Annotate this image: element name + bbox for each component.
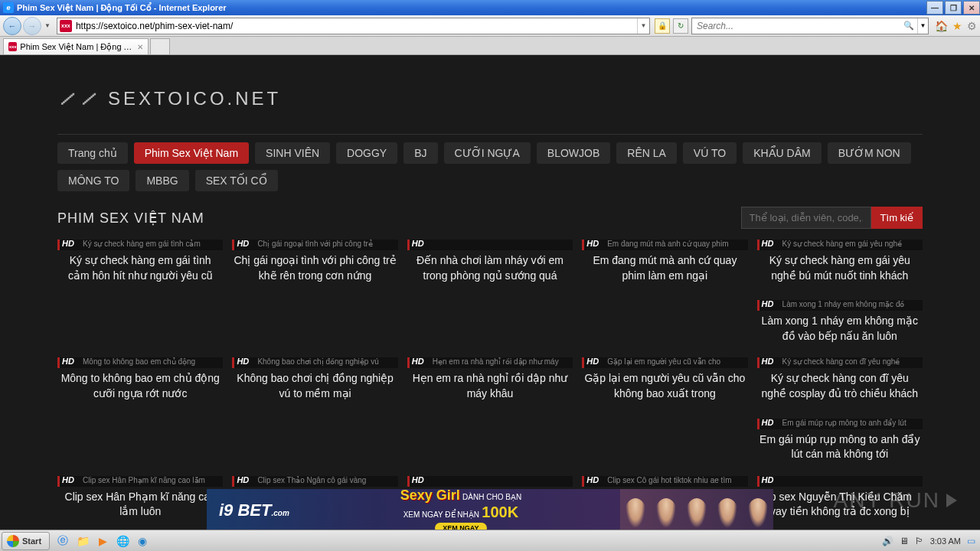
video-title: Hẹn em ra nhà nghỉ rồi dập như máy khâu: [407, 368, 573, 404]
search-dropdown-icon[interactable]: ▼: [917, 18, 928, 34]
taskbar-media-icon[interactable]: ▶: [94, 533, 111, 549]
taskbar-chrome-icon[interactable]: 🌐: [114, 533, 131, 549]
tray-flag-icon[interactable]: 🏳: [915, 536, 924, 546]
hd-badge: HD: [237, 476, 249, 484]
video-thumb: HDEm đang mút mà anh cứ quay phim: [582, 240, 747, 250]
thumb-snippet: Clip sex Cô gái hot tiktok nhiu ae tìm: [607, 476, 731, 484]
nav-item[interactable]: SEX TỐI CỔ: [195, 170, 278, 191]
maximize-button[interactable]: ❐: [945, 1, 962, 15]
hd-badge: HD: [762, 419, 774, 427]
nav-item[interactable]: BLOWJOB: [537, 142, 610, 164]
browser-tab[interactable]: xxx Phim Sex Việt Nam | Động Tố... ✕: [3, 38, 149, 54]
page-viewport[interactable]: ⟋⟋ SEXTOICO.NET Trang chủPhim Sex Việt N…: [0, 55, 980, 530]
video-card[interactable]: HDKhông bao chơi chị đồng nghiệp vúKhông…: [232, 357, 397, 404]
nav-item[interactable]: BƯỚM NON: [828, 142, 911, 164]
video-card[interactable]: HDKý sự check hàng con đĩ yêu nghềKý sự …: [757, 357, 923, 404]
video-title: Không bao chơi chị đồng nghiệp vú to mềm…: [232, 368, 397, 404]
video-card[interactable]: HDKý sự check hàng em gái tình cảmKý sự …: [57, 240, 223, 286]
video-thumb: HDLàm xong 1 nháy em không mặc đồ: [757, 300, 923, 311]
video-card[interactable]: HDMông to không bao em chủ độngMông to k…: [57, 357, 223, 404]
nav-item[interactable]: VÚ TO: [683, 142, 737, 164]
nav-item[interactable]: MBBG: [136, 170, 188, 191]
browser-search-input[interactable]: [692, 21, 903, 31]
video-title: Làm xong 1 nháy em không mặc đồ vào bếp …: [757, 311, 923, 347]
video-card[interactable]: HDClip sex Hân Phạm kĩ năng cao lắmClip …: [57, 476, 223, 523]
video-title: Mông to không bao em chủ động cưỡi ngựa …: [57, 368, 223, 404]
nav-item[interactable]: CƯỠI NGỰA: [444, 142, 531, 164]
start-button[interactable]: Start: [2, 532, 50, 550]
video-card[interactable]: HDChị gái ngoại tình với phi công trẻChị…: [232, 240, 397, 286]
tools-icon[interactable]: ⚙: [967, 20, 977, 32]
nav-item[interactable]: Trang chủ: [57, 142, 128, 164]
lock-icon[interactable]: 🔒: [655, 18, 670, 34]
nav-dropdown-icon[interactable]: ▼: [43, 22, 52, 29]
back-button[interactable]: ←: [3, 17, 21, 35]
video-title: Ký sự check hàng con đĩ yêu nghề cosplay…: [757, 368, 923, 404]
video-card[interactable]: HDEm đang mút mà anh cứ quay phimEm đang…: [582, 240, 747, 286]
nav-item[interactable]: Phim Sex Việt Nam: [134, 142, 249, 164]
tray-network-icon[interactable]: 🖥: [900, 536, 909, 546]
system-tray: 🔊 🖥 🏳 3:03 AM ▭: [882, 536, 980, 546]
thumb-snippet: Làm xong 1 nháy em không mặc đồ: [782, 300, 905, 308]
tab-bar: xxx Phim Sex Việt Nam | Động Tố... ✕: [0, 37, 980, 55]
browser-navbar: ← → ▼ xxx ▼ 🔒 ↻ 🔍 ▼ 🏠 ★ ⚙: [0, 15, 980, 37]
hd-badge: HD: [762, 240, 774, 248]
video-card[interactable]: HDHẹn em ra nhà nghỉ rồi dập như máyHẹn …: [407, 357, 573, 404]
nav-item[interactable]: SINH VIÊN: [255, 142, 330, 164]
video-thumb: HDHẹn em ra nhà nghỉ rồi dập như máy: [407, 357, 573, 368]
tray-show-desktop[interactable]: ▭: [967, 536, 975, 546]
video-thumb: HDGặp lại em người yêu cũ vẫn cho: [582, 357, 747, 368]
home-icon[interactable]: 🏠: [935, 20, 948, 32]
video-title: ip sex Nguyễn Thị Kiều Chăm vay tiền khô…: [757, 487, 923, 523]
video-card[interactable]: HDKý sự check hàng em gái yêu nghềKý sự …: [757, 240, 923, 286]
video-thumb: HDEm gái múp rụp mông to anh đẩy lút: [757, 419, 923, 429]
logo-icon: ⟋⟋: [55, 86, 103, 111]
forward-button[interactable]: →: [23, 17, 41, 35]
taskbar-explorer-icon[interactable]: 📁: [74, 533, 91, 549]
address-bar[interactable]: xxx ▼: [57, 18, 650, 34]
address-dropdown-icon[interactable]: ▼: [637, 18, 649, 34]
video-grid-row2b: HDEm gái múp rụp mông to anh đẩy lútEm g…: [57, 419, 923, 465]
nav-item[interactable]: MÔNG TO: [57, 170, 129, 191]
nav-item[interactable]: RÊN LA: [616, 142, 677, 164]
hd-badge: HD: [762, 476, 774, 484]
window-title: Phim Sex Việt Nam | Động Tối Cổ - Intern…: [17, 3, 925, 13]
site-search-input[interactable]: [741, 207, 871, 229]
video-card[interactable]: HDGặp lại em người yêu cũ vẫn choGặp lại…: [582, 357, 747, 404]
refresh-button[interactable]: ↻: [673, 18, 688, 34]
thumb-snippet: Mông to không bao em chủ động: [83, 357, 195, 366]
new-tab-button[interactable]: [150, 38, 170, 54]
video-card[interactable]: HDĐến nhà chơi làm nháy với em trong phò…: [407, 240, 573, 286]
thumb-snippet: Gặp lại em người yêu cũ vẫn cho: [607, 357, 720, 366]
video-card[interactable]: HDLàm xong 1 nháy em không mặc đồLàm xon…: [757, 300, 923, 347]
video-thumb: HDClip sex Hân Phạm kĩ năng cao lắm: [57, 476, 223, 487]
site-search-button[interactable]: Tìm kiế: [871, 207, 923, 229]
close-button[interactable]: ✕: [963, 1, 980, 15]
nav-item[interactable]: DOGGY: [336, 142, 397, 164]
tray-volume-icon[interactable]: 🔊: [882, 536, 893, 546]
hd-badge: HD: [62, 240, 74, 248]
hd-badge: HD: [237, 357, 249, 366]
tray-clock[interactable]: 3:03 AM: [930, 536, 961, 546]
minimize-button[interactable]: —: [926, 1, 943, 15]
browser-search[interactable]: 🔍 ▼: [691, 18, 929, 34]
nav-item[interactable]: KHẨU DÂM: [743, 142, 822, 164]
thumb-snippet: Ký sự check hàng em gái yêu nghề: [782, 240, 903, 248]
taskbar-ie-icon[interactable]: ⓔ: [54, 533, 71, 549]
video-title: Chị gái ngoại tình với phi công trẻ khẽ …: [232, 250, 397, 286]
search-icon[interactable]: 🔍: [903, 21, 917, 31]
video-card[interactable]: HDEm gái múp rụp mông to anh đẩy lútEm g…: [757, 419, 923, 465]
tab-close-icon[interactable]: ✕: [137, 43, 143, 51]
video-card[interactable]: HDip sex Nguyễn Thị Kiều Chăm vay tiền k…: [757, 476, 923, 523]
url-input[interactable]: [74, 21, 637, 31]
ad-banner[interactable]: Tắt i9 BET.com Sexy Girl DÀNH CHO BẠN XE…: [207, 489, 773, 532]
video-grid-row1: HDKý sự check hàng em gái tình cảmKý sự …: [57, 240, 923, 286]
site-favicon: xxx: [60, 20, 72, 32]
video-title: Em gái múp rụp mông to anh đẩy lút cán m…: [757, 429, 923, 465]
favorites-icon[interactable]: ★: [952, 20, 962, 32]
site-logo[interactable]: ⟋⟋ SEXTOICO.NET: [57, 70, 923, 134]
taskbar-edge-icon[interactable]: ◉: [134, 533, 151, 549]
hd-badge: HD: [762, 300, 774, 308]
thumb-snippet: Chị gái ngoại tình với phi công trẻ: [257, 240, 373, 248]
nav-item[interactable]: BJ: [403, 142, 437, 164]
